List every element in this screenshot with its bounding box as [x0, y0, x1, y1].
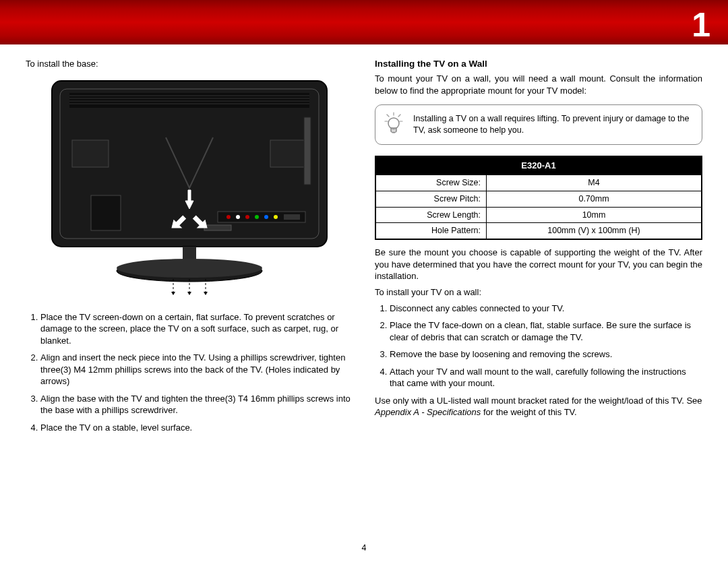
list-item: Disconnect any cables connected to your … [390, 303, 702, 315]
svg-rect-19 [204, 225, 231, 230]
wall-steps-intro: To install your TV on a wall: [375, 286, 702, 299]
list-item: Align and insert the neck piece into the… [40, 352, 353, 387]
svg-point-22 [117, 259, 262, 278]
callout-text: Installing a TV on a wall requires lifti… [413, 113, 692, 137]
base-install-intro: To install the base: [26, 58, 353, 70]
svg-rect-7 [72, 140, 109, 167]
lightbulb-icon [384, 112, 404, 137]
table-row: Screw Size:M4 [375, 175, 702, 191]
ul-listed-note: Use only with a UL-listed wall mount bra… [375, 395, 702, 418]
svg-point-14 [245, 215, 249, 219]
svg-point-13 [236, 215, 240, 219]
after-table-text: Be sure the mount you choose is capable … [375, 247, 702, 282]
table-row: Hole Pattern:100mm (V) x 100mm (H) [375, 223, 702, 239]
svg-rect-18 [284, 214, 300, 220]
svg-point-15 [255, 215, 259, 219]
svg-point-17 [274, 215, 278, 219]
page-content: To install the base: [0, 44, 728, 445]
spec-table: E320-A1 Screw Size:M4 Screw Pitch:0.70mm… [375, 156, 702, 240]
svg-rect-8 [270, 140, 307, 167]
left-column: To install the base: [26, 58, 353, 439]
header-bar: 1 [0, 0, 728, 44]
list-item: Place the TV on a stable, level surface. [40, 422, 353, 434]
right-column: Installing the TV on a Wall To mount you… [375, 58, 702, 439]
list-item: Attach your TV and wall mount to the wal… [390, 366, 702, 389]
list-item: Place the TV face-down on a clean, flat,… [390, 319, 702, 343]
table-row: Screw Pitch:0.70mm [375, 191, 702, 207]
tv-rear-figure [48, 77, 331, 299]
svg-point-12 [226, 215, 231, 219]
list-item: Remove the base by loosening and removin… [390, 348, 702, 361]
chapter-number: 1 [692, 3, 710, 49]
base-install-steps: Place the TV screen-down on a certain, f… [26, 311, 353, 434]
table-row: Screw Length:10mm [375, 207, 702, 223]
list-item: Align the base with the TV and tighten t… [40, 393, 353, 416]
svg-rect-9 [304, 117, 311, 185]
svg-line-28 [398, 115, 400, 117]
svg-point-16 [264, 215, 268, 219]
wall-install-steps: Disconnect any cables connected to your … [375, 303, 702, 389]
svg-rect-2 [69, 93, 309, 108]
wall-install-heading: Installing the TV on a Wall [375, 58, 702, 70]
wall-install-intro: To mount your TV on a wall, you will nee… [375, 73, 702, 96]
svg-point-31 [388, 118, 399, 129]
page-number: 4 [0, 542, 728, 554]
safety-callout: Installing a TV on a wall requires lifti… [375, 104, 702, 145]
spec-table-header: E320-A1 [375, 156, 702, 175]
svg-rect-10 [91, 195, 121, 230]
list-item: Place the TV screen-down on a certain, f… [40, 311, 353, 347]
svg-line-27 [387, 115, 389, 117]
